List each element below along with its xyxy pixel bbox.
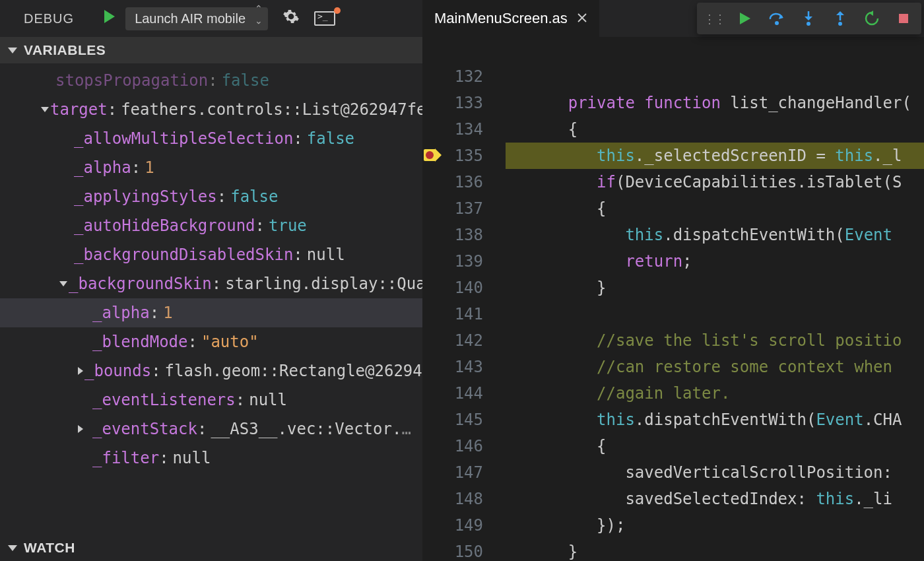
code-line[interactable]: if(DeviceCapabilities.isTablet(S: [506, 169, 924, 195]
variables-section-header[interactable]: VARIABLES: [0, 37, 422, 63]
line-number[interactable]: 150: [422, 539, 483, 561]
line-number[interactable]: 146: [422, 433, 483, 459]
variable-row[interactable]: _backgroundSkin: starling.display::Quad…: [0, 269, 422, 298]
code-line[interactable]: this._selectedScreenID = this._l: [506, 143, 924, 169]
variable-row[interactable]: _allowMultipleSelection: false: [0, 124, 422, 153]
variable-name: _alpha: [92, 304, 150, 322]
tab-close-button[interactable]: [577, 10, 587, 27]
line-number[interactable]: 140: [422, 275, 483, 301]
variable-row[interactable]: stopsPropagation: false: [0, 66, 422, 95]
line-number[interactable]: 143: [422, 354, 483, 380]
variable-row[interactable]: _alpha: 1: [0, 298, 422, 327]
start-debug-button[interactable]: [100, 7, 119, 30]
variable-row[interactable]: _eventListeners: null: [0, 385, 422, 414]
svg-point-2: [838, 22, 842, 26]
debug-console-button[interactable]: [310, 9, 339, 28]
variable-value: null: [307, 246, 345, 264]
editor-tab[interactable]: MainMenuScreen.as: [422, 0, 599, 37]
code-line[interactable]: this.dispatchEventWith(Event.CHA: [506, 407, 924, 433]
code-line[interactable]: private function list_changeHandler(: [506, 90, 924, 116]
colon: :: [293, 129, 302, 148]
code-line[interactable]: }: [506, 539, 924, 561]
variable-row[interactable]: _eventStack: __AS3__.vec::Vector.…: [0, 414, 422, 444]
variable-row[interactable]: _applyingStyles: false: [0, 182, 422, 211]
line-number[interactable]: 147: [422, 459, 483, 486]
line-number[interactable]: 134: [422, 116, 483, 143]
code-line[interactable]: {: [506, 195, 924, 222]
variable-name: _bounds: [84, 362, 151, 380]
code-line[interactable]: return;: [506, 248, 924, 275]
line-number[interactable]: 149: [422, 512, 483, 539]
variable-name: _backgroundSkin: [69, 275, 212, 293]
code-editor[interactable]: 1321331341351361371381391401411421431441…: [422, 37, 924, 561]
debug-config-label: Launch AIR mobile: [135, 11, 246, 26]
colon: :: [108, 100, 117, 119]
drag-handle-icon[interactable]: ⋮⋮: [704, 12, 725, 26]
code-line[interactable]: }: [506, 275, 924, 301]
play-icon: [103, 9, 116, 24]
code-line[interactable]: [506, 301, 924, 327]
editor-area: MainMenuScreen.as ⋮⋮ 1321331341351361371…: [422, 0, 924, 561]
variable-row[interactable]: _filter: null: [0, 444, 422, 473]
variable-name: target: [50, 100, 108, 119]
twisty-icon[interactable]: [59, 278, 67, 290]
continue-button[interactable]: [734, 7, 756, 30]
variable-name: _blendMode: [92, 333, 188, 351]
restart-button[interactable]: [861, 7, 883, 30]
colon: :: [151, 362, 160, 380]
variable-value: false: [307, 129, 354, 148]
chevron-down-icon: [8, 545, 17, 551]
step-into-button[interactable]: [797, 7, 820, 30]
stop-button[interactable]: [892, 7, 915, 30]
variable-value: "auto": [201, 333, 259, 351]
code-content[interactable]: private function list_changeHandler( { t…: [506, 37, 924, 561]
line-number[interactable]: 139: [422, 248, 483, 275]
settings-button[interactable]: [277, 5, 305, 32]
code-line[interactable]: });: [506, 512, 924, 539]
code-line[interactable]: savedVerticalScrollPosition:: [506, 459, 924, 486]
twisty-icon[interactable]: [78, 423, 91, 436]
step-over-button[interactable]: [766, 7, 788, 30]
line-number[interactable]: 142: [422, 327, 483, 354]
line-number[interactable]: 148: [422, 486, 483, 512]
variable-row[interactable]: _alpha: 1: [0, 153, 422, 182]
line-number[interactable]: 136: [422, 169, 483, 195]
twisty-icon[interactable]: [78, 365, 83, 378]
step-out-button[interactable]: [829, 7, 851, 30]
line-number[interactable]: 135: [422, 143, 483, 169]
code-line[interactable]: savedSelectedIndex: this._li: [506, 486, 924, 512]
code-line[interactable]: {: [506, 116, 924, 143]
variable-name: stopsPropagation: [55, 71, 208, 90]
variable-row[interactable]: _backgroundDisabledSkin: null: [0, 240, 422, 269]
variable-row[interactable]: target: feathers.controls::List@262947fe…: [0, 95, 422, 124]
breakpoint-icon[interactable]: [426, 151, 434, 159]
code-line[interactable]: [506, 63, 924, 90]
line-number[interactable]: 141: [422, 301, 483, 327]
line-number[interactable]: 138: [422, 222, 483, 248]
debug-config-select[interactable]: Launch AIR mobile: [125, 7, 268, 30]
variable-row[interactable]: _bounds: flash.geom::Rectangle@262948…: [0, 356, 422, 385]
code-line[interactable]: {: [506, 433, 924, 459]
line-number[interactable]: 145: [422, 407, 483, 433]
twisty-icon[interactable]: [41, 104, 49, 116]
notification-dot-icon: [334, 7, 341, 14]
code-line[interactable]: //can restore some context when: [506, 354, 924, 380]
variable-row[interactable]: _autoHideBackground: true: [0, 211, 422, 240]
line-number[interactable]: [422, 37, 483, 63]
watch-section-header[interactable]: WATCH: [0, 535, 422, 561]
svg-point-1: [807, 22, 810, 26]
debug-header: DEBUG Launch AIR mobile: [0, 0, 422, 37]
code-line[interactable]: //save the list's scroll positio: [506, 327, 924, 354]
line-number[interactable]: 132: [422, 63, 483, 90]
code-line[interactable]: this.dispatchEventWith(Event: [506, 222, 924, 248]
variable-value: true: [269, 216, 307, 235]
stop-icon: [898, 13, 909, 24]
variable-value: 1: [145, 158, 154, 177]
line-gutter[interactable]: 1321331341351361371381391401411421431441…: [422, 37, 506, 561]
variable-row[interactable]: _blendMode: "auto": [0, 327, 422, 356]
line-number[interactable]: 137: [422, 195, 483, 222]
code-line[interactable]: [506, 37, 924, 63]
line-number[interactable]: 144: [422, 380, 483, 407]
line-number[interactable]: 133: [422, 90, 483, 116]
code-line[interactable]: //again later.: [506, 380, 924, 407]
